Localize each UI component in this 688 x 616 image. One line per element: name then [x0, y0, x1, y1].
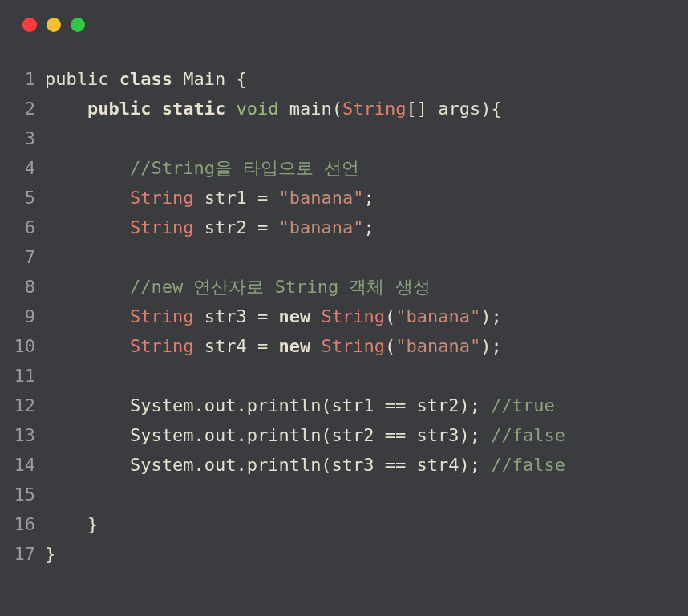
- code-window: 1234567891011121314151617 public class M…: [0, 0, 688, 616]
- code-token: [45, 188, 130, 208]
- code-token: System.out.println(str3: [45, 455, 385, 475]
- line-number: 8: [6, 272, 35, 302]
- code-token: ;: [363, 217, 374, 237]
- line-number: 9: [6, 302, 35, 331]
- code-line: System.out.println(str1 == str2); //true: [45, 391, 565, 420]
- code-line: public class Main {: [45, 64, 565, 94]
- code-line: }: [45, 509, 565, 539]
- code-token: class: [119, 69, 172, 89]
- code-line: String str2 = "banana";: [45, 213, 565, 242]
- code-token: );: [480, 306, 502, 326]
- code-token: [45, 217, 130, 237]
- code-token: [310, 306, 321, 326]
- code-editor: 1234567891011121314151617 public class M…: [0, 64, 688, 569]
- maximize-icon[interactable]: [71, 18, 85, 32]
- line-number: 5: [6, 183, 35, 213]
- code-line: //new 연산자로 String 객체 생성: [45, 272, 565, 302]
- code-token: ==: [385, 395, 407, 415]
- code-token: );: [480, 336, 502, 356]
- code-token: Main: [172, 69, 236, 89]
- code-token: ;: [363, 188, 374, 208]
- code-line: [45, 480, 565, 509]
- line-number: 3: [6, 124, 35, 153]
- code-token: String: [130, 336, 193, 356]
- code-token: [45, 99, 87, 119]
- code-token: String: [321, 336, 384, 356]
- line-number: 1: [6, 64, 35, 94]
- close-icon[interactable]: [22, 18, 37, 32]
- code-token: "banana": [278, 217, 363, 237]
- line-number: 11: [6, 361, 35, 391]
- code-line: String str3 = new String("banana");: [45, 302, 565, 331]
- code-area: public class Main { public static void m…: [45, 64, 565, 569]
- code-token: [151, 99, 161, 119]
- line-number: 15: [6, 480, 35, 509]
- code-line: String str4 = new String("banana");: [45, 331, 565, 361]
- line-number-gutter: 1234567891011121314151617: [6, 64, 45, 569]
- code-token: [268, 306, 278, 326]
- code-line: public static void main(String[] args){: [45, 94, 565, 124]
- code-token: }: [87, 514, 98, 534]
- code-token: //String을 타입으로 선언: [130, 158, 359, 178]
- code-token: "banana": [395, 306, 480, 326]
- code-token: str4: [193, 336, 257, 356]
- line-number: 12: [6, 391, 35, 420]
- code-token: str3);: [406, 425, 491, 445]
- code-token: (: [385, 306, 395, 326]
- line-number: 4: [6, 153, 35, 183]
- line-number: 7: [6, 242, 35, 272]
- code-token: System.out.println(str1: [45, 395, 385, 415]
- code-token: [225, 99, 236, 119]
- code-token: args: [438, 99, 480, 119]
- code-token: str3: [193, 306, 257, 326]
- line-number: 14: [6, 450, 35, 480]
- code-token: ==: [385, 455, 407, 475]
- code-token: String: [321, 306, 384, 326]
- code-token: str2: [193, 217, 257, 237]
- code-token: str4);: [406, 455, 491, 475]
- code-line: }: [45, 539, 565, 569]
- code-token: System.out.println(str2: [45, 425, 385, 445]
- line-number: 6: [6, 213, 35, 242]
- code-token: String: [130, 217, 193, 237]
- code-token: [268, 217, 278, 237]
- code-token: //new 연산자로 String 객체 생성: [130, 277, 431, 297]
- line-number: 17: [6, 539, 35, 569]
- code-line: [45, 242, 565, 272]
- code-token: [268, 188, 278, 208]
- code-token: "banana": [278, 188, 363, 208]
- code-token: [310, 336, 321, 356]
- line-number: 10: [6, 331, 35, 361]
- code-token: static: [162, 99, 225, 119]
- code-token: =: [257, 306, 268, 326]
- code-token: [45, 306, 130, 326]
- code-token: str1: [193, 188, 257, 208]
- code-token: public: [45, 69, 119, 89]
- code-token: =: [257, 336, 268, 356]
- code-token: =: [257, 217, 268, 237]
- minimize-icon[interactable]: [47, 18, 61, 32]
- code-token: {: [236, 69, 246, 89]
- code-token: [268, 336, 278, 356]
- code-token: //false: [491, 455, 565, 475]
- code-token: [45, 277, 130, 297]
- window-titlebar: [0, 18, 688, 32]
- code-token: []: [406, 99, 438, 119]
- code-token: "banana": [395, 336, 480, 356]
- code-token: str2);: [406, 395, 491, 415]
- code-token: [45, 336, 130, 356]
- code-token: ==: [385, 425, 407, 445]
- code-token: main: [278, 99, 331, 119]
- code-token: }: [45, 544, 55, 564]
- code-token: //false: [491, 425, 565, 445]
- code-line: [45, 124, 565, 153]
- code-token: public: [87, 99, 151, 119]
- code-token: new: [278, 336, 310, 356]
- code-line: String str1 = "banana";: [45, 183, 565, 213]
- code-token: new: [278, 306, 310, 326]
- code-token: [45, 514, 87, 534]
- code-token: String: [130, 306, 193, 326]
- code-line: System.out.println(str3 == str4); //fals…: [45, 450, 565, 480]
- code-line: //String을 타입으로 선언: [45, 153, 565, 183]
- code-token: (: [385, 336, 395, 356]
